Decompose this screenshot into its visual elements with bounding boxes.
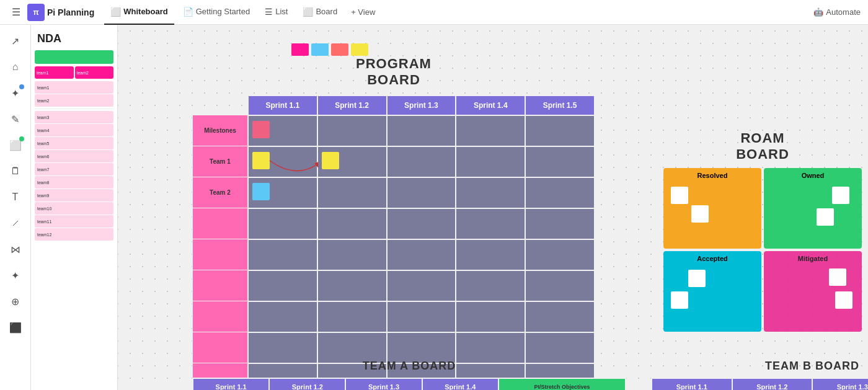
pb-cell[interactable] xyxy=(317,177,387,208)
network-tool[interactable]: ⋈ xyxy=(4,238,27,260)
pb-cell[interactable] xyxy=(248,208,317,239)
team-a-table: Sprint 1.1 Sprint 1.2 Sprint 1.3 Sprint … xyxy=(192,378,626,390)
agenda-item: team6 xyxy=(35,150,113,162)
pb-cell[interactable] xyxy=(387,332,456,363)
roam-sticky-5[interactable] xyxy=(688,270,706,287)
roam-cell-accepted[interactable]: Accepted xyxy=(663,251,761,332)
pb-cell[interactable] xyxy=(525,177,595,208)
roam-sticky-2[interactable] xyxy=(691,205,709,223)
tab-board[interactable]: ⬜ Board xyxy=(296,0,343,25)
tab-getting-started[interactable]: 📄 Getting Started xyxy=(177,0,256,25)
pb-cell[interactable] xyxy=(456,115,525,146)
roam-accepted-label: Accepted xyxy=(667,255,758,262)
text-tool[interactable]: T xyxy=(4,186,27,208)
table-row xyxy=(193,239,595,270)
menu-icon[interactable]: ☰ xyxy=(7,4,25,21)
pb-cell[interactable] xyxy=(387,177,456,208)
sticky-tool[interactable]: 🗒 xyxy=(4,160,27,182)
pb-cell[interactable] xyxy=(248,177,317,208)
automate-button[interactable]: 🤖 Automate xyxy=(813,7,861,17)
pb-cell[interactable] xyxy=(248,332,317,363)
tab-whiteboard-label: Whiteboard xyxy=(123,7,168,16)
sticky-note-yellow-1[interactable] xyxy=(252,152,270,169)
pb-cell[interactable] xyxy=(317,146,387,177)
roam-cell-resolved[interactable]: Resolved xyxy=(663,168,761,249)
sticky-note-yellow-2[interactable] xyxy=(322,152,339,169)
team-b-sprint-1: Sprint 1.1 xyxy=(652,378,732,390)
roam-sticky-8[interactable] xyxy=(835,291,852,309)
app-title: Pi Planning xyxy=(47,7,94,17)
pb-cell[interactable] xyxy=(317,115,387,146)
roam-owned-label: Owned xyxy=(768,172,858,179)
roam-sticky-1[interactable] xyxy=(671,187,688,204)
pb-cell[interactable] xyxy=(317,239,387,270)
whiteboard-icon: ⬜ xyxy=(110,7,121,17)
pb-cell[interactable] xyxy=(525,301,595,332)
roam-cell-owned[interactable]: Owned xyxy=(764,168,862,249)
add-view-button[interactable]: + View xyxy=(346,7,380,17)
tab-list[interactable]: ☰ List xyxy=(259,0,294,25)
image-tool[interactable]: ⬛ xyxy=(4,316,27,339)
roam-sticky-4[interactable] xyxy=(817,208,834,226)
roam-sticky-7[interactable] xyxy=(829,268,846,286)
pb-cell[interactable] xyxy=(387,146,456,177)
pb-cell[interactable] xyxy=(248,301,317,332)
sprint-header-2: Sprint 1.2 xyxy=(317,95,387,115)
pb-cell[interactable] xyxy=(387,115,456,146)
sprint-header-3: Sprint 1.3 xyxy=(387,95,456,115)
pb-cell[interactable] xyxy=(387,239,456,270)
pb-cell[interactable] xyxy=(248,146,317,177)
pb-cell[interactable] xyxy=(248,239,317,270)
roam-sticky-6[interactable] xyxy=(671,291,688,309)
pb-cell[interactable] xyxy=(248,270,317,301)
tab-getting-started-label: Getting Started xyxy=(196,7,250,16)
pb-cell[interactable] xyxy=(456,332,525,363)
agenda-item: team4 xyxy=(35,124,113,136)
team-a-sprint-1: Sprint 1.1 xyxy=(193,378,269,390)
pen-tool[interactable]: ✎ xyxy=(4,108,27,130)
pb-cell[interactable] xyxy=(456,239,525,270)
shape-tool[interactable]: ⬜ xyxy=(4,134,27,156)
globe-tool[interactable]: ⊕ xyxy=(4,290,27,312)
pb-cell[interactable] xyxy=(387,208,456,239)
pb-cell[interactable] xyxy=(456,208,525,239)
pb-cell[interactable] xyxy=(525,208,595,239)
pb-cell[interactable] xyxy=(317,332,387,363)
star-tool[interactable]: ✦ xyxy=(4,264,27,286)
row-label-4 xyxy=(193,239,248,270)
pb-cell[interactable] xyxy=(456,270,525,301)
pb-cell[interactable] xyxy=(525,115,595,146)
pb-cell[interactable] xyxy=(317,270,387,301)
mini-sticky-blue xyxy=(311,43,329,56)
agenda-item: team9 xyxy=(35,189,113,202)
cursor-tool[interactable]: ↗ xyxy=(4,30,27,52)
agenda-pink-item2: team2 xyxy=(75,66,114,79)
pb-cell[interactable] xyxy=(525,270,595,301)
tab-board-label: Board xyxy=(316,7,337,16)
magic-tool[interactable]: ✦ xyxy=(4,82,27,104)
pb-cell[interactable] xyxy=(525,146,595,177)
pb-cell[interactable] xyxy=(317,208,387,239)
sticky-note-blue[interactable] xyxy=(252,183,270,200)
pb-cell[interactable] xyxy=(456,301,525,332)
pb-cell[interactable] xyxy=(525,332,595,363)
home-tool[interactable]: ⌂ xyxy=(4,56,27,78)
pb-cell[interactable] xyxy=(387,270,456,301)
pb-cell[interactable] xyxy=(456,177,525,208)
roam-cell-mitigated[interactable]: Mitigated xyxy=(764,251,862,332)
pb-cell[interactable] xyxy=(387,301,456,332)
table-row xyxy=(193,332,595,363)
pb-cell[interactable] xyxy=(248,115,317,146)
roam-sticky-3[interactable] xyxy=(832,187,849,204)
pb-cell[interactable] xyxy=(317,301,387,332)
pb-cell[interactable] xyxy=(456,146,525,177)
agenda-pink-item1: team1 xyxy=(35,66,74,79)
sticky-note-pink[interactable] xyxy=(252,121,270,138)
team-a-board-title: TEAM A BOARD xyxy=(192,360,626,373)
agenda-item: team11 xyxy=(35,215,113,228)
pb-cell[interactable] xyxy=(525,239,595,270)
ruler-tool[interactable]: ⟋ xyxy=(4,212,27,234)
agenda-item: team10 xyxy=(35,202,113,215)
tab-whiteboard[interactable]: ⬜ Whiteboard xyxy=(104,0,174,25)
agenda-item: team12 xyxy=(35,228,113,241)
